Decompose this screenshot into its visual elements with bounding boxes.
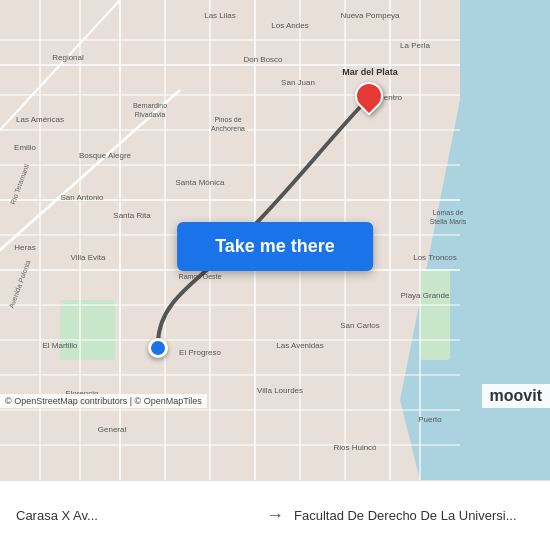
svg-text:Regional: Regional [52,53,84,62]
svg-text:Villa Lourdes: Villa Lourdes [257,386,303,395]
svg-text:General: General [98,425,127,434]
svg-text:El Martillo: El Martillo [42,341,78,350]
route-info: Carasa X Av... → Facultad De Derecho De … [16,505,534,526]
svg-text:Emilio: Emilio [14,143,36,152]
svg-text:San Antonio: San Antonio [60,193,104,202]
svg-text:Nueva Pompeya: Nueva Pompeya [340,11,400,20]
moovit-logo-text: moovit [490,387,542,404]
svg-text:Stella Maris: Stella Maris [430,218,467,225]
svg-text:Santa Mónica: Santa Mónica [176,178,225,187]
svg-text:Las Américas: Las Américas [16,115,64,124]
origin-marker [148,338,168,358]
route-arrow: → [266,505,284,526]
svg-text:Villa Evita: Villa Evita [71,253,107,262]
svg-text:La Perla: La Perla [400,41,430,50]
svg-text:El Progreso: El Progreso [179,348,221,357]
svg-text:Pinos de: Pinos de [214,116,241,123]
svg-text:San Juan: San Juan [281,78,315,87]
bottom-bar: Carasa X Av... → Facultad De Derecho De … [0,480,550,550]
svg-text:Puerto: Puerto [418,415,442,424]
svg-text:Mar del Plata: Mar del Plata [342,67,399,77]
svg-text:Las Avenidas: Las Avenidas [276,341,323,350]
svg-text:San Carlos: San Carlos [340,321,380,330]
svg-rect-2 [60,300,115,360]
svg-text:Heras: Heras [14,243,35,252]
svg-text:Las Lilas: Las Lilas [204,11,236,20]
destination-marker [355,82,383,118]
svg-text:Playa Grande: Playa Grande [401,291,450,300]
map-container: Las Lilas Los Andes Nueva Pompeya La Per… [0,0,550,480]
svg-rect-3 [420,270,450,360]
take-me-there-button[interactable]: Take me there [177,222,373,271]
svg-text:Don Bosco: Don Bosco [243,55,283,64]
route-to: Facultad De Derecho De La Universi... [294,508,534,523]
svg-text:Anchorena: Anchorena [211,125,245,132]
svg-text:Los Andes: Los Andes [271,21,308,30]
map-attribution: © OpenStreetMap contributors | © OpenMap… [0,394,207,408]
svg-text:Los Troncos: Los Troncos [413,253,457,262]
svg-text:Lomas de: Lomas de [433,209,464,216]
svg-text:Bernardino: Bernardino [133,102,167,109]
moovit-logo: moovit [482,384,550,408]
svg-text:Rios Huincó: Rios Huincó [333,443,377,452]
route-from: Carasa X Av... [16,508,256,523]
svg-text:Rivadavia: Rivadavia [135,111,166,118]
svg-text:Santa Rita: Santa Rita [113,211,151,220]
svg-text:Bosque Alegre: Bosque Alegre [79,151,132,160]
svg-text:Ramos Oeste: Ramos Oeste [179,273,222,280]
